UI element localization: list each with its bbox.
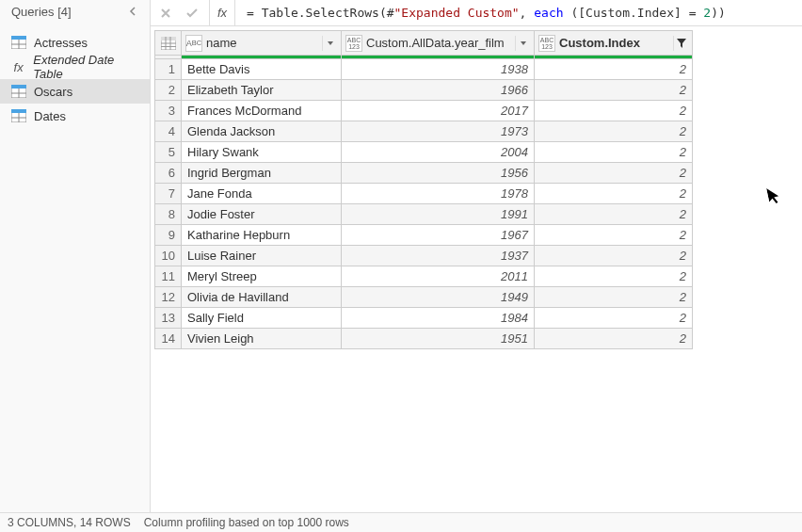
- cell-year[interactable]: 1978: [342, 184, 535, 204]
- cell-name[interactable]: Jane Fonda: [182, 184, 342, 204]
- column-header-year[interactable]: ABC123 Custom.AllData.year_film: [342, 31, 535, 56]
- row-number[interactable]: 10: [155, 246, 182, 266]
- cell-name[interactable]: Frances McDormand: [182, 101, 342, 121]
- row-number[interactable]: 8: [155, 204, 182, 225]
- cell-year[interactable]: 2011: [342, 266, 535, 287]
- row-number[interactable]: 12: [155, 287, 182, 308]
- type-any-icon: ABC123: [538, 35, 555, 52]
- table-row[interactable]: 1Bette Davis19382: [155, 59, 693, 80]
- cell-index[interactable]: 2: [535, 225, 693, 246]
- table-row[interactable]: 8Jodie Foster19912: [155, 204, 693, 225]
- cell-year[interactable]: 1966: [342, 80, 535, 101]
- cell-year[interactable]: 1991: [342, 204, 535, 225]
- table-row[interactable]: 4Glenda Jackson19732: [155, 121, 693, 142]
- row-number[interactable]: 9: [155, 225, 182, 246]
- table-icon: [11, 84, 26, 99]
- status-bar: 3 COLUMNS, 14 ROWS Column profiling base…: [0, 512, 802, 532]
- cell-year[interactable]: 1956: [342, 163, 535, 184]
- cell-name[interactable]: Olivia de Havilland: [182, 287, 342, 308]
- cell-name[interactable]: Luise Rainer: [182, 246, 342, 266]
- row-number[interactable]: 7: [155, 184, 182, 204]
- query-item-label: Actresses: [34, 36, 88, 50]
- cell-name[interactable]: Hilary Swank: [182, 142, 342, 163]
- commit-formula-icon[interactable]: [183, 4, 201, 23]
- row-number[interactable]: 13: [155, 308, 182, 329]
- cell-index[interactable]: 2: [535, 308, 693, 329]
- cell-name[interactable]: Sally Field: [182, 308, 342, 329]
- table-row[interactable]: 9Katharine Hepburn19672: [155, 225, 693, 246]
- cell-year[interactable]: 1951: [342, 329, 535, 349]
- formula-bar: fx = Table.SelectRows(#"Expanded Custom"…: [151, 0, 802, 26]
- cell-index[interactable]: 2: [535, 287, 693, 308]
- type-any-icon: ABC123: [345, 35, 362, 52]
- column-header-index[interactable]: ABC123 Custom.Index: [535, 31, 693, 56]
- query-item-oscars[interactable]: Oscars: [0, 79, 150, 104]
- cell-year[interactable]: 2017: [342, 101, 535, 121]
- cancel-formula-icon[interactable]: [156, 4, 175, 23]
- cell-year[interactable]: 1973: [342, 121, 535, 142]
- row-number[interactable]: 11: [155, 266, 182, 287]
- cell-year[interactable]: 2004: [342, 142, 535, 163]
- cell-index[interactable]: 2: [535, 142, 693, 163]
- cell-name[interactable]: Vivien Leigh: [182, 329, 342, 349]
- query-item-label: Dates: [34, 109, 66, 123]
- table-icon: [11, 35, 26, 50]
- cell-year[interactable]: 1938: [342, 59, 535, 80]
- cell-name[interactable]: Ingrid Bergman: [182, 163, 342, 184]
- cell-index[interactable]: 2: [535, 204, 693, 225]
- column-header-name[interactable]: ABC name: [182, 31, 342, 56]
- formula-text[interactable]: = Table.SelectRows(#"Expanded Custom", e…: [243, 6, 796, 20]
- query-item-actresses[interactable]: Actresses: [0, 30, 150, 55]
- select-all-corner[interactable]: [155, 31, 182, 56]
- row-number[interactable]: 6: [155, 163, 182, 184]
- table-row[interactable]: 10Luise Rainer19372: [155, 246, 693, 266]
- status-counts: 3 COLUMNS, 14 ROWS: [8, 516, 131, 529]
- row-number[interactable]: 2: [155, 80, 182, 101]
- column-dropdown-icon[interactable]: [515, 36, 530, 51]
- cell-name[interactable]: Jodie Foster: [182, 204, 342, 225]
- cell-year[interactable]: 1949: [342, 287, 535, 308]
- cell-index[interactable]: 2: [535, 163, 693, 184]
- cell-name[interactable]: Katharine Hepburn: [182, 225, 342, 246]
- cell-index[interactable]: 2: [535, 329, 693, 349]
- cell-index[interactable]: 2: [535, 101, 693, 121]
- table-row[interactable]: 14Vivien Leigh19512: [155, 329, 693, 349]
- cell-index[interactable]: 2: [535, 80, 693, 101]
- row-number[interactable]: 1: [155, 59, 182, 80]
- query-item-label: Extended Date Table: [33, 53, 142, 81]
- cell-index[interactable]: 2: [535, 246, 693, 266]
- fx-icon[interactable]: fx: [209, 0, 235, 25]
- table-row[interactable]: 5Hilary Swank20042: [155, 142, 693, 163]
- row-number[interactable]: 14: [155, 329, 182, 349]
- cell-name[interactable]: Elizabeth Taylor: [182, 80, 342, 101]
- type-text-icon: ABC: [185, 35, 202, 52]
- cell-year[interactable]: 1937: [342, 246, 535, 266]
- cell-index[interactable]: 2: [535, 59, 693, 80]
- table-row[interactable]: 7Jane Fonda19782: [155, 184, 693, 204]
- table-row[interactable]: 6Ingrid Bergman19562: [155, 163, 693, 184]
- table-row[interactable]: 2Elizabeth Taylor19662: [155, 80, 693, 101]
- cell-name[interactable]: Glenda Jackson: [182, 121, 342, 142]
- collapse-sidebar-icon[interactable]: [125, 7, 142, 16]
- svg-rect-13: [161, 37, 176, 40]
- svg-rect-1: [11, 36, 26, 40]
- table-row[interactable]: 13Sally Field19842: [155, 308, 693, 329]
- cell-index[interactable]: 2: [535, 121, 693, 142]
- column-dropdown-icon[interactable]: [322, 36, 337, 51]
- query-item-extended-date-table[interactable]: fxExtended Date Table: [0, 55, 150, 79]
- table-row[interactable]: 3Frances McDormand20172: [155, 101, 693, 121]
- cell-year[interactable]: 1967: [342, 225, 535, 246]
- cell-index[interactable]: 2: [535, 266, 693, 287]
- query-item-dates[interactable]: Dates: [0, 104, 150, 128]
- row-number[interactable]: 5: [155, 142, 182, 163]
- cell-name[interactable]: Meryl Streep: [182, 266, 342, 287]
- column-filter-active-icon[interactable]: [673, 36, 688, 51]
- cell-index[interactable]: 2: [535, 184, 693, 204]
- queries-sidebar: Queries [4] ActressesfxExtended Date Tab…: [0, 0, 151, 512]
- row-number[interactable]: 3: [155, 101, 182, 121]
- cell-year[interactable]: 1984: [342, 308, 535, 329]
- row-number[interactable]: 4: [155, 121, 182, 142]
- table-row[interactable]: 11Meryl Streep20112: [155, 266, 693, 287]
- table-row[interactable]: 12Olivia de Havilland19492: [155, 287, 693, 308]
- cell-name[interactable]: Bette Davis: [182, 59, 342, 80]
